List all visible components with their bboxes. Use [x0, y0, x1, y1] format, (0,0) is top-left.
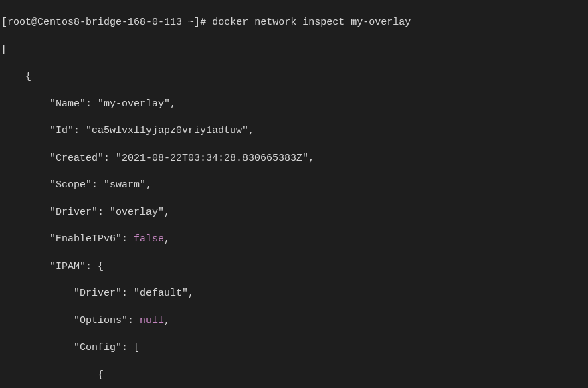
- json-line: [: [1, 43, 587, 57]
- json-line: "Created": "2021-08-22T03:34:28.83066538…: [1, 152, 587, 165]
- command-text: docker network inspect my-overlay: [212, 17, 411, 28]
- created-value: "2021-08-22T03:34:28.830665383Z": [116, 153, 308, 164]
- json-line: "IPAM": {: [1, 260, 587, 274]
- name-key: "Name": [50, 98, 86, 110]
- ipam-options-key: "Options": [74, 315, 128, 326]
- driver-key: "Driver": [50, 207, 98, 218]
- json-array-open: [: [1, 44, 7, 56]
- json-line: "Driver": "overlay",: [1, 206, 587, 219]
- ipam-key: "IPAM": [50, 261, 86, 272]
- enableipv6-key: "EnableIPv6": [50, 233, 122, 245]
- prompt-symbol: #: [200, 17, 212, 28]
- created-key: "Created": [50, 153, 104, 164]
- prompt-user: root: [7, 17, 31, 28]
- terminal-output: [root@Centos8-bridge-168-0-113 ~]# docke…: [0, 0, 588, 388]
- prompt-close-bracket: ]: [194, 17, 200, 28]
- prompt-host: Centos8-bridge-168-0-113: [37, 17, 182, 28]
- prompt-line: [root@Centos8-bridge-168-0-113 ~]# docke…: [1, 16, 587, 29]
- json-line: "Options": null,: [1, 314, 587, 328]
- ipam-config-key: "Config": [74, 342, 122, 353]
- ipam-options-value: null: [140, 315, 164, 326]
- scope-value: "swarm": [104, 179, 146, 191]
- json-line: {: [1, 369, 587, 382]
- json-object-open: {: [1, 71, 31, 82]
- json-line: "Config": [: [1, 341, 587, 355]
- ipam-driver-value: "default": [134, 288, 188, 299]
- json-line: "Id": "ca5wlvxl1yjapz0vriy1adtuw",: [1, 124, 587, 138]
- id-value: "ca5wlvxl1yjapz0vriy1adtuw": [86, 125, 248, 136]
- prompt-at: @: [31, 17, 37, 28]
- name-value: "my-overlay": [98, 98, 170, 110]
- json-line: "Scope": "swarm",: [1, 179, 587, 192]
- enableipv6-value: false: [134, 233, 164, 245]
- json-line: "Driver": "default",: [1, 287, 587, 300]
- ipam-driver-key: "Driver": [74, 288, 122, 299]
- json-line: "Name": "my-overlay",: [1, 98, 587, 111]
- driver-value: "overlay": [110, 207, 164, 218]
- id-key: "Id": [50, 125, 74, 136]
- scope-key: "Scope": [50, 179, 92, 191]
- json-line: {: [1, 70, 587, 84]
- json-line: "EnableIPv6": false,: [1, 233, 587, 246]
- prompt-path: ~: [182, 17, 194, 28]
- prompt-open-bracket: [: [1, 17, 7, 28]
